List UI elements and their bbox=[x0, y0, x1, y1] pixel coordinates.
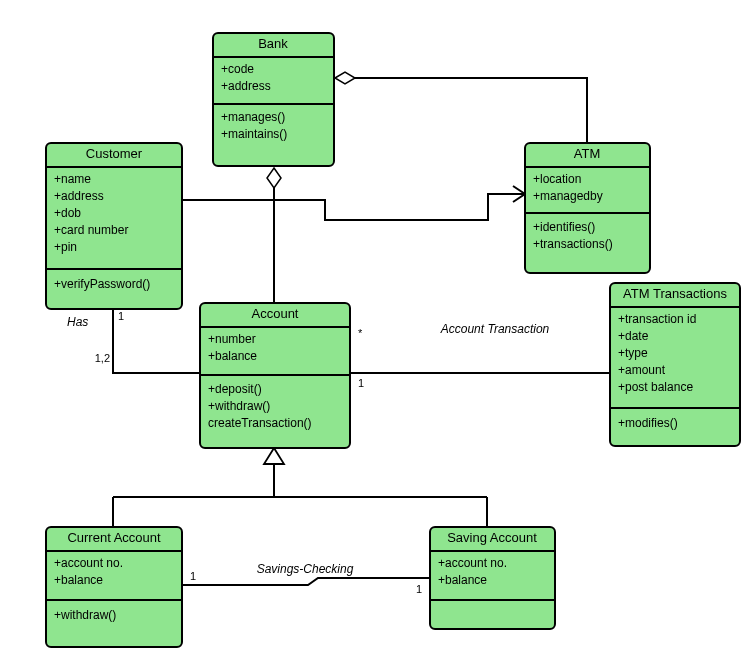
rel-savings-checking: Savings-Checking 1 1 bbox=[183, 562, 430, 595]
label-acct-tx: Account Transaction bbox=[440, 322, 550, 336]
svg-text:+transaction id: +transaction id bbox=[618, 312, 696, 326]
svg-text:+card number: +card number bbox=[54, 223, 128, 237]
triangle-icon bbox=[264, 448, 284, 464]
svg-text:+identifies(): +identifies() bbox=[533, 220, 595, 234]
svg-text:+dob: +dob bbox=[54, 206, 81, 220]
svg-text:+manages(): +manages() bbox=[221, 110, 285, 124]
rel-bank-account bbox=[267, 168, 281, 303]
svg-text:+managedby: +managedby bbox=[533, 189, 603, 203]
mult-current: 1 bbox=[190, 570, 196, 582]
svg-text:+date: +date bbox=[618, 329, 649, 343]
svg-text:+balance: +balance bbox=[438, 573, 487, 587]
class-title: Customer bbox=[86, 146, 143, 161]
rel-generalization bbox=[113, 448, 487, 527]
svg-text:+pin: +pin bbox=[54, 240, 77, 254]
svg-text:+location: +location bbox=[533, 172, 581, 186]
class-account: Account +number +balance +deposit() +wit… bbox=[200, 303, 350, 448]
svg-text:+balance: +balance bbox=[208, 349, 257, 363]
diamond-icon bbox=[267, 168, 281, 188]
uml-diagram: Has 1 1,2 Account Transaction * 1 Saving… bbox=[0, 0, 750, 660]
class-title: Bank bbox=[258, 36, 288, 51]
class-bank: Bank +code +address +manages() +maintain… bbox=[213, 33, 334, 166]
svg-rect-6 bbox=[213, 33, 334, 166]
svg-text:+name: +name bbox=[54, 172, 91, 186]
svg-rect-22 bbox=[525, 143, 650, 273]
svg-text:+type: +type bbox=[618, 346, 648, 360]
mult-account-one: 1 bbox=[358, 377, 364, 389]
mult-has-customer: 1 bbox=[118, 310, 124, 322]
svg-text:createTransaction(): createTransaction() bbox=[208, 416, 312, 430]
mult-account-star: * bbox=[358, 327, 363, 339]
class-title: ATM Transactions bbox=[623, 286, 727, 301]
class-title: Saving Account bbox=[447, 530, 537, 545]
svg-text:+balance: +balance bbox=[54, 573, 103, 587]
rel-customer-atm bbox=[183, 186, 525, 220]
class-atm: ATM +location +managedby +identifies() +… bbox=[525, 143, 650, 273]
mult-saving: 1 bbox=[416, 583, 422, 595]
svg-text:+deposit(): +deposit() bbox=[208, 382, 262, 396]
svg-text:+withdraw(): +withdraw() bbox=[208, 399, 270, 413]
label-savings-checking: Savings-Checking bbox=[257, 562, 354, 576]
svg-text:+account no.: +account no. bbox=[54, 556, 123, 570]
svg-text:+verifyPassword(): +verifyPassword() bbox=[54, 277, 150, 291]
svg-text:+withdraw(): +withdraw() bbox=[54, 608, 116, 622]
class-current-account: Current Account +account no. +balance +w… bbox=[46, 527, 182, 647]
class-saving-account: Saving Account +account no. +balance bbox=[430, 527, 555, 629]
svg-text:+amount: +amount bbox=[618, 363, 666, 377]
label-has: Has bbox=[67, 315, 88, 329]
svg-text:+address: +address bbox=[54, 189, 104, 203]
class-atm-transactions: ATM Transactions +transaction id +date +… bbox=[610, 283, 740, 446]
svg-text:+modifies(): +modifies() bbox=[618, 416, 678, 430]
rel-bank-atm bbox=[335, 72, 587, 143]
class-title: Current Account bbox=[67, 530, 161, 545]
class-title: Account bbox=[252, 306, 299, 321]
svg-text:+number: +number bbox=[208, 332, 256, 346]
svg-text:+transactions(): +transactions() bbox=[533, 237, 613, 251]
class-title: ATM bbox=[574, 146, 600, 161]
class-customer: Customer +name +address +dob +card numbe… bbox=[46, 143, 182, 309]
diamond-icon bbox=[335, 72, 355, 84]
rel-customer-account: Has 1 1,2 bbox=[67, 309, 200, 373]
rel-account-tx: Account Transaction * 1 bbox=[350, 322, 610, 389]
svg-text:+post balance: +post balance bbox=[618, 380, 693, 394]
svg-text:+address: +address bbox=[221, 79, 271, 93]
svg-text:+maintains(): +maintains() bbox=[221, 127, 287, 141]
svg-text:+code: +code bbox=[221, 62, 254, 76]
svg-text:+account no.: +account no. bbox=[438, 556, 507, 570]
mult-has-account: 1,2 bbox=[95, 352, 110, 364]
